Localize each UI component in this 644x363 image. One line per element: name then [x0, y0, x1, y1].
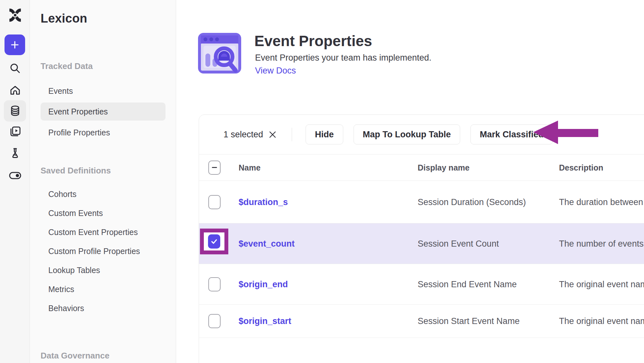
sidebar-item-profile-properties[interactable]: Profile Properties — [48, 128, 110, 137]
sidebar-item-label: Event Properties — [48, 107, 108, 116]
row-checkbox[interactable] — [208, 277, 221, 291]
mixpanel-logo-icon — [8, 8, 23, 23]
rail-data-management-button[interactable] — [4, 100, 26, 122]
sidebar-title: Lexicon — [41, 12, 87, 25]
check-icon — [210, 238, 218, 245]
section-label-data-governance: Data Governance — [41, 351, 109, 361]
display-name-cell: Session Event Count — [418, 239, 499, 249]
close-icon — [268, 130, 277, 139]
toolbar-divider — [292, 128, 292, 141]
rail-session-replay-button[interactable] — [0, 125, 30, 138]
column-header-description: Description — [559, 154, 603, 181]
home-icon — [9, 84, 22, 97]
sidebar-item-events[interactable]: Events — [48, 86, 73, 96]
page-subtitle: Event Properties your team has implement… — [255, 53, 431, 63]
mixpanel-logo-button[interactable] — [0, 8, 30, 23]
annotation-highlight-box — [200, 229, 228, 254]
sidebar-item-custom-event-properties[interactable]: Custom Event Properties — [48, 228, 138, 237]
select-all-checkbox[interactable] — [208, 161, 221, 175]
rail-feature-flags-button[interactable] — [0, 169, 30, 182]
annotation-arrow — [533, 121, 598, 145]
toggle-icon — [8, 169, 22, 182]
row-checkbox[interactable] — [208, 195, 221, 209]
row-checkbox-checked[interactable] — [208, 234, 220, 249]
indeterminate-dash — [212, 167, 217, 168]
display-name-cell: Session Start Event Name — [418, 316, 520, 326]
table-row[interactable]: $origin_start Session Start Event Name T… — [199, 305, 644, 338]
event-properties-page-icon — [197, 30, 242, 76]
table-row[interactable]: $origin_end Session End Event Name The o… — [199, 264, 644, 305]
app-rail — [0, 0, 30, 363]
create-button[interactable] — [5, 34, 25, 55]
description-cell: The original event name — [559, 279, 644, 289]
section-label-saved-definitions: Saved Definitions — [41, 166, 111, 176]
database-icon — [9, 104, 22, 117]
section-label-tracked-data: Tracked Data — [41, 61, 93, 71]
rail-experiments-button[interactable] — [0, 147, 30, 160]
property-name-link[interactable]: $event_count — [239, 239, 295, 249]
lexicon-sidebar: Lexicon Tracked Data Events Event Proper… — [30, 0, 176, 363]
annotation-highlight-inner — [204, 232, 224, 250]
table-row-selected[interactable]: $event_count Session Event Count The num… — [199, 223, 644, 264]
clear-selection-button[interactable] — [268, 130, 277, 139]
sidebar-item-lookup-tables[interactable]: Lookup Tables — [48, 266, 100, 275]
sidebar-item-metrics[interactable]: Metrics — [48, 285, 74, 294]
property-name-link[interactable]: $origin_start — [239, 316, 291, 326]
sidebar-item-cohorts[interactable]: Cohorts — [48, 190, 77, 199]
page-title: Event Properties — [254, 32, 372, 50]
display-name-cell: Session End Event Name — [418, 279, 517, 289]
rail-home-button[interactable] — [0, 84, 30, 97]
video-play-icon — [9, 125, 22, 138]
sidebar-item-custom-profile-properties[interactable]: Custom Profile Properties — [48, 247, 140, 256]
view-docs-link[interactable]: View Docs — [255, 66, 296, 76]
sidebar-item-behaviors[interactable]: Behaviors — [48, 304, 84, 313]
hide-button[interactable]: Hide — [306, 124, 343, 144]
column-header-display-name: Display name — [418, 154, 469, 181]
property-name-link[interactable]: $origin_end — [239, 279, 288, 289]
event-properties-table-card: 1 selected Hide Map To Lookup Table Mark… — [199, 114, 644, 363]
column-header-name: Name — [239, 154, 260, 181]
search-icon — [9, 62, 22, 75]
table-header-row: Name Display name Description — [199, 154, 644, 181]
row-checkbox[interactable] — [208, 314, 221, 328]
flask-icon — [9, 147, 22, 160]
sidebar-item-event-properties[interactable]: Event Properties — [41, 103, 166, 121]
rail-search-button[interactable] — [0, 62, 30, 75]
table-row[interactable]: $duration_s Session Duration (Seconds) T… — [199, 181, 644, 223]
description-cell: The original event name — [559, 316, 644, 326]
display-name-cell: Session Duration (Seconds) — [418, 197, 526, 207]
sidebar-item-custom-events[interactable]: Custom Events — [48, 209, 103, 218]
selection-count: 1 selected — [223, 130, 263, 140]
description-cell: The number of events — [559, 239, 644, 249]
map-to-lookup-table-button[interactable]: Map To Lookup Table — [354, 124, 460, 144]
plus-icon — [10, 40, 20, 50]
description-cell: The duration between — [559, 197, 644, 207]
property-name-link[interactable]: $duration_s — [239, 197, 288, 207]
